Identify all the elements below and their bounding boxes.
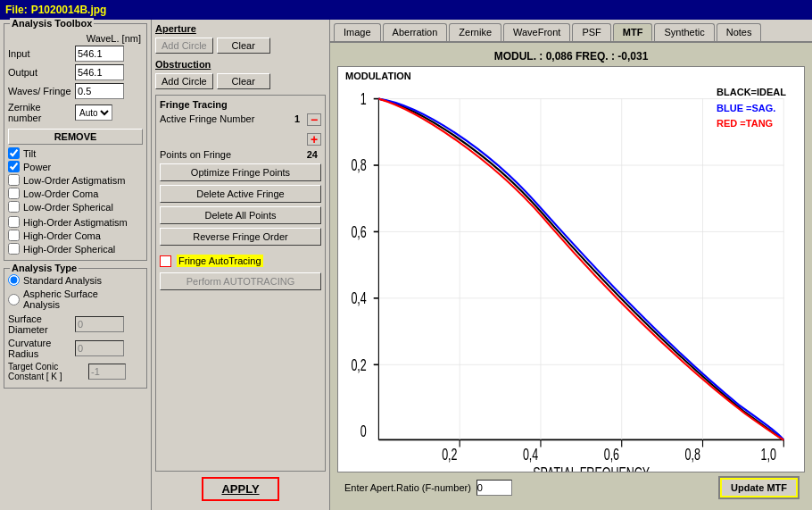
power-label: Power xyxy=(23,162,51,172)
tilt-checkbox[interactable] xyxy=(8,147,20,159)
wavelen-header: WaveL. [nm] xyxy=(8,33,143,44)
low-coma-label: Low-Order Coma xyxy=(23,188,98,199)
output-label: Output xyxy=(8,67,75,78)
title-filename: P1020014B.jpg xyxy=(31,4,107,16)
title-bar: File: P1020014B.jpg xyxy=(0,0,812,20)
svg-text:0: 0 xyxy=(360,422,367,440)
update-mtf-button[interactable]: Update MTF xyxy=(720,478,798,497)
active-fringe-label: Active Fringe Number xyxy=(160,113,294,124)
legend-black: BLACK=IDEAL xyxy=(717,85,786,101)
bottom-row: Enter Apert.Ratio (F-number) Update MTF xyxy=(337,478,805,503)
tab-psf[interactable]: PSF xyxy=(572,23,610,41)
tab-mtf[interactable]: MTF xyxy=(613,23,653,41)
aperture-title: Aperture xyxy=(155,23,326,34)
zernike-label: Zernike number xyxy=(8,102,75,123)
clear-button-1[interactable]: Clear xyxy=(217,38,270,54)
svg-text:0,8: 0,8 xyxy=(351,156,366,174)
optimize-button[interactable]: Optimize Fringe Points xyxy=(160,163,321,181)
tabs-bar: Image Aberration Zernike WaveFront PSF M… xyxy=(330,20,812,43)
low-astig-checkbox[interactable] xyxy=(8,174,20,186)
svg-text:1: 1 xyxy=(360,90,367,108)
remove-button[interactable]: REMOVE xyxy=(8,129,143,145)
delete-all-button[interactable]: Delete All Points xyxy=(160,206,321,224)
standard-radio[interactable] xyxy=(8,274,20,286)
apply-button[interactable]: APPLY xyxy=(202,477,278,501)
svg-text:1,0: 1,0 xyxy=(761,446,776,464)
add-circle-button-1[interactable]: Add Circle xyxy=(155,38,213,54)
legend-red: RED =TANG xyxy=(717,116,786,132)
middle-panel: Aperture Add Circle Clear Obstruction Ad… xyxy=(152,20,330,510)
analysis-type-title: Analysis Type xyxy=(10,263,79,273)
input-label: Input xyxy=(8,48,75,59)
fringe-up-btn[interactable]: − xyxy=(307,113,321,126)
svg-text:0,4: 0,4 xyxy=(523,446,539,464)
autotracing-row: Fringe AutoTracing xyxy=(160,255,321,267)
minus-icon: − xyxy=(311,113,318,126)
tab-notes[interactable]: Notes xyxy=(717,23,762,41)
power-checkbox[interactable] xyxy=(8,161,20,172)
fringe-spinner: − + xyxy=(307,113,321,146)
aperture-section: Aperture Add Circle Clear xyxy=(155,23,326,59)
autotracing-label: Fringe AutoTracing xyxy=(177,255,263,267)
low-coma-checkbox[interactable] xyxy=(8,188,20,199)
curv-rad-label: Curvature Radius xyxy=(8,338,75,359)
surf-diam-label: Surface Diameter xyxy=(8,314,75,335)
conic-label: Target Conic Constant [ K ] xyxy=(8,362,88,381)
add-circle-button-2[interactable]: Add Circle xyxy=(155,73,213,89)
svg-text:0,2: 0,2 xyxy=(442,446,457,464)
fringe-tracing-title: Fringe Tracing xyxy=(160,99,321,110)
analysis-type-group: Analysis Type Standard Analysis Aspheric… xyxy=(4,268,147,389)
chart-area: MODUL. : 0,086 FREQ. : -0,031 MODULATION… xyxy=(330,43,812,510)
input-field[interactable] xyxy=(75,46,124,62)
chart-container: MODULATION BLACK=IDEAL BLUE =SAG. RED =T… xyxy=(337,66,805,472)
high-astig-checkbox[interactable] xyxy=(8,216,20,228)
conic-field xyxy=(88,364,126,380)
points-value: 24 xyxy=(307,149,318,160)
left-panel: Analysis Toolbox WaveL. [nm] Input Outpu… xyxy=(0,20,152,510)
tab-aberration[interactable]: Aberration xyxy=(383,23,448,41)
clear-button-2[interactable]: Clear xyxy=(217,73,270,89)
svg-text:0,8: 0,8 xyxy=(685,446,700,464)
chart-title: MODULATION xyxy=(345,71,411,81)
analysis-toolbox-group: Analysis Toolbox WaveL. [nm] Input Outpu… xyxy=(4,23,147,261)
points-label: Points on Fringe xyxy=(160,149,307,160)
output-field[interactable] xyxy=(75,64,124,80)
svg-text:0,2: 0,2 xyxy=(351,356,366,374)
surf-diam-field xyxy=(75,316,124,332)
waves-label: Waves/ Fringe xyxy=(8,86,75,96)
autotracing-checkbox[interactable] xyxy=(160,255,171,267)
svg-text:SPATIAL FREQUENCY: SPATIAL FREQUENCY xyxy=(533,464,650,472)
tab-zernike[interactable]: Zernike xyxy=(449,23,501,41)
plus-icon: + xyxy=(311,133,318,146)
high-coma-label: High-Order Coma xyxy=(23,230,101,241)
high-astig-label: High-Order Astigmatism xyxy=(23,217,128,228)
low-sph-label: Low-Order Spherical xyxy=(23,202,113,213)
low-astig-label: Low-Order Astigmatism xyxy=(23,175,125,186)
svg-text:0,4: 0,4 xyxy=(351,289,367,307)
legend-blue: BLUE =SAG. xyxy=(717,101,786,117)
high-coma-checkbox[interactable] xyxy=(8,230,20,241)
aspheric-radio[interactable] xyxy=(8,294,20,305)
obstruction-title: Obstruction xyxy=(155,59,326,70)
obstruction-section: Obstruction Add Circle Clear xyxy=(155,59,326,95)
reverse-button[interactable]: Reverse Fringe Order xyxy=(160,228,321,246)
aspheric-label: Aspheric SurfaceAnalysis xyxy=(23,288,98,310)
title-prefix: File: xyxy=(5,4,28,16)
tab-image[interactable]: Image xyxy=(334,23,381,41)
delete-active-button[interactable]: Delete Active Fringe xyxy=(160,185,321,203)
zernike-select[interactable]: Auto xyxy=(75,105,112,121)
tab-synthetic[interactable]: Synthetic xyxy=(654,23,714,41)
chart-legend: BLACK=IDEAL BLUE =SAG. RED =TANG xyxy=(717,85,786,132)
perform-autotracing-button[interactable]: Perform AUTOTRACING xyxy=(160,272,321,290)
curv-rad-field xyxy=(75,340,124,356)
high-sph-checkbox[interactable] xyxy=(8,243,20,255)
right-panel: Image Aberration Zernike WaveFront PSF M… xyxy=(330,20,812,510)
low-sph-checkbox[interactable] xyxy=(8,201,20,213)
fnumber-label: Enter Apert.Ratio (F-number) xyxy=(344,482,471,493)
waves-field[interactable] xyxy=(75,83,124,99)
fnumber-input[interactable] xyxy=(476,480,512,496)
tab-wavefront[interactable]: WaveFront xyxy=(503,23,570,41)
high-sph-label: High-Order Spherical xyxy=(23,244,115,255)
fringe-down-btn[interactable]: + xyxy=(307,133,321,146)
svg-text:0,6: 0,6 xyxy=(604,446,619,464)
